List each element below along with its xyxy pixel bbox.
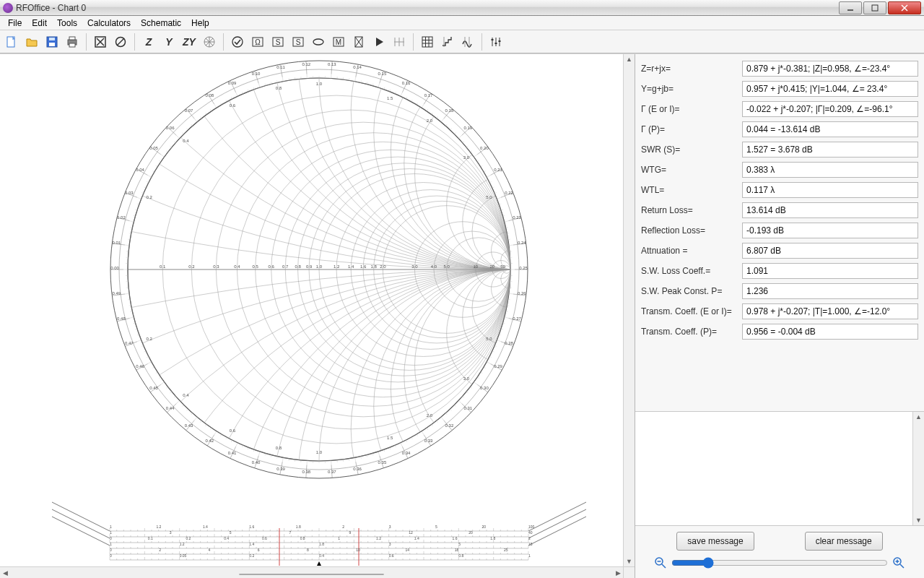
compass-icon[interactable] <box>200 33 219 51</box>
svg-text:0.8: 0.8 <box>458 553 463 558</box>
msg-scrollbar[interactable]: ▲ ▼ <box>912 412 924 525</box>
svg-text:0.17: 0.17 <box>424 93 432 98</box>
horizontal-scrollbar[interactable]: ◀ ▶ <box>0 566 623 578</box>
svg-text:12: 12 <box>409 530 413 535</box>
svg-line-321 <box>474 155 477 158</box>
scroll-right-icon[interactable]: ▶ <box>613 568 623 578</box>
svg-rect-7 <box>49 38 55 40</box>
zy-letters[interactable]: ZY <box>180 33 199 51</box>
svg-line-460 <box>52 509 110 538</box>
stairs-icon[interactable] <box>438 33 457 51</box>
readout-value-input[interactable] <box>742 142 918 158</box>
new-doc-icon[interactable] <box>2 33 21 51</box>
scroll-down-icon[interactable]: ▼ <box>914 515 924 525</box>
svg-text:50: 50 <box>500 264 505 269</box>
zoom-slider[interactable] <box>671 557 888 569</box>
svg-line-297 <box>354 77 355 82</box>
svg-text:2.0: 2.0 <box>380 264 386 269</box>
svg-text:0.10: 0.10 <box>251 72 260 76</box>
svg-marker-34 <box>376 38 383 46</box>
readout-row: Transm. Coeff. (E or I)= <box>641 301 918 322</box>
s-double-box-icon[interactable]: S <box>289 33 308 51</box>
grid-icon[interactable] <box>418 33 437 51</box>
svg-text:0.1: 0.1 <box>160 264 166 269</box>
readout-value-input[interactable] <box>742 283 918 299</box>
menu-tools[interactable]: Tools <box>52 17 82 30</box>
scroll-thumb[interactable] <box>239 574 383 575</box>
slash-circle-icon[interactable] <box>111 33 130 51</box>
readout-value-input[interactable] <box>742 182 918 198</box>
menu-schematic[interactable]: Schematic <box>136 17 186 30</box>
smith-chart[interactable]: 0.10.20.30.40.50.60.70.80.91.01.21.41.61… <box>1 54 622 566</box>
close-button[interactable] <box>888 1 921 14</box>
svg-rect-10 <box>69 43 75 47</box>
svg-text:1.6: 1.6 <box>249 525 254 529</box>
svg-line-272 <box>210 109 212 111</box>
svg-text:0.36: 0.36 <box>353 467 362 471</box>
maximize-button[interactable] <box>863 1 886 14</box>
ellipse-icon[interactable] <box>309 33 328 51</box>
readout-value-input[interactable] <box>742 223 918 238</box>
readout-label: Y=g+jb= <box>641 84 738 94</box>
omega-bracket-icon[interactable]: Ω <box>248 33 267 51</box>
vertical-scrollbar[interactable]: ▲ ▼ <box>623 54 635 566</box>
open-folder-icon[interactable] <box>22 33 41 51</box>
svg-text:5.0: 5.0 <box>486 195 492 199</box>
readout-value-input[interactable] <box>742 243 918 259</box>
readout-value-input[interactable] <box>742 324 918 340</box>
svg-text:0.8: 0.8 <box>300 536 305 540</box>
readout-label: Γ (E or I)= <box>641 104 738 114</box>
svg-line-333 <box>504 221 508 222</box>
svg-text:0.9: 0.9 <box>305 264 312 269</box>
y-letter[interactable]: Y <box>160 33 178 51</box>
m-box-icon[interactable]: M <box>329 33 348 51</box>
line-marker-icon[interactable] <box>390 33 409 51</box>
clear-message-button[interactable]: clear message <box>805 532 883 551</box>
menu-help[interactable]: Help <box>186 17 214 30</box>
svg-point-83 <box>1 269 622 566</box>
zoom-in-icon[interactable] <box>892 556 905 569</box>
svg-line-315 <box>450 129 451 130</box>
svg-line-414 <box>191 413 192 415</box>
s-box-icon[interactable]: S <box>269 33 287 51</box>
hourglass-icon[interactable] <box>349 33 368 51</box>
play-right-icon[interactable] <box>370 33 388 51</box>
svg-text:10: 10 <box>473 264 478 269</box>
svg-text:5: 5 <box>458 542 461 546</box>
svg-line-273 <box>214 104 216 108</box>
readout-value-input[interactable] <box>742 101 918 117</box>
print-icon[interactable] <box>63 33 82 51</box>
readout-value-input[interactable] <box>742 121 918 137</box>
z-letter[interactable]: Z <box>139 33 158 51</box>
svg-line-413 <box>194 417 197 420</box>
menu-file[interactable]: File <box>3 17 27 30</box>
x-box-icon[interactable] <box>91 33 110 51</box>
zoom-out-icon[interactable] <box>654 556 667 569</box>
readout-value-input[interactable] <box>742 61 918 77</box>
readout-value-input[interactable] <box>742 303 918 319</box>
svg-line-281 <box>258 83 260 87</box>
menu-calculators[interactable]: Calculators <box>82 17 136 30</box>
save-message-button[interactable]: save message <box>676 532 754 551</box>
check-circle-icon[interactable] <box>228 33 247 51</box>
scroll-down-icon[interactable]: ▼ <box>624 556 635 566</box>
scroll-up-icon[interactable]: ▲ <box>914 412 924 422</box>
readout-value-input[interactable] <box>742 162 918 178</box>
menu-edit[interactable]: Edit <box>27 17 52 30</box>
svg-line-258 <box>152 171 154 173</box>
svg-text:2.0: 2.0 <box>426 118 432 123</box>
svg-text:5.0: 5.0 <box>443 264 450 269</box>
svg-line-278 <box>242 92 243 94</box>
readout-value-input[interactable] <box>742 202 918 218</box>
save-icon[interactable] <box>43 33 61 51</box>
svg-line-437 <box>125 293 129 294</box>
wave-icon[interactable] <box>458 33 477 51</box>
scroll-left-icon[interactable]: ◀ <box>0 568 10 578</box>
sliders-icon[interactable] <box>487 33 505 51</box>
svg-text:20: 20 <box>468 530 473 535</box>
scroll-up-icon[interactable]: ▲ <box>624 54 635 64</box>
message-area[interactable]: ▲ ▼ <box>635 412 924 526</box>
readout-value-input[interactable] <box>742 263 918 279</box>
readout-value-input[interactable] <box>742 81 918 97</box>
minimize-button[interactable] <box>839 1 862 14</box>
